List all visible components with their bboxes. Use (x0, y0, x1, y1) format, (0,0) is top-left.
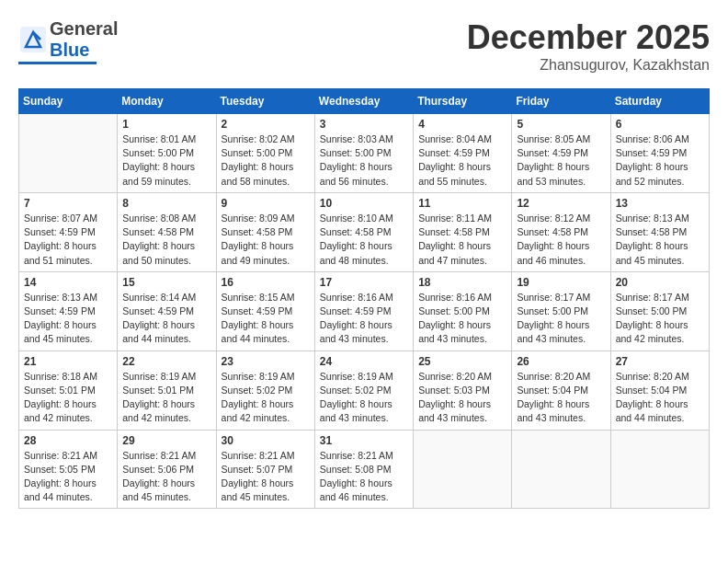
day-info: Sunrise: 8:21 AMSunset: 5:08 PMDaylight:… (320, 449, 408, 505)
logo-general-text: General (50, 18, 118, 39)
table-row (512, 430, 610, 509)
day-info: Sunrise: 8:03 AMSunset: 5:00 PMDaylight:… (320, 132, 408, 189)
logo-blue-text: Blue (50, 40, 89, 60)
table-row: 23Sunrise: 8:19 AMSunset: 5:02 PMDayligh… (216, 350, 314, 430)
day-number: 14 (24, 276, 112, 289)
calendar: Sunday Monday Tuesday Wednesday Thursday… (18, 88, 710, 509)
day-info: Sunrise: 8:20 AMSunset: 5:04 PMDaylight:… (517, 370, 605, 426)
calendar-week-row: 14Sunrise: 8:13 AMSunset: 4:59 PMDayligh… (19, 271, 710, 350)
table-row: 10Sunrise: 8:10 AMSunset: 4:58 PMDayligh… (314, 192, 413, 271)
day-number: 11 (418, 197, 506, 210)
day-number: 29 (122, 434, 210, 447)
col-sunday: Sunday (19, 89, 118, 114)
day-number: 24 (320, 355, 408, 368)
day-info: Sunrise: 8:19 AMSunset: 5:01 PMDaylight:… (122, 370, 210, 426)
table-row: 8Sunrise: 8:08 AMSunset: 4:58 PMDaylight… (118, 192, 216, 271)
day-info: Sunrise: 8:04 AMSunset: 4:59 PMDaylight:… (418, 132, 506, 189)
calendar-body: 1Sunrise: 8:01 AMSunset: 5:00 PMDaylight… (19, 114, 710, 509)
table-row: 28Sunrise: 8:21 AMSunset: 5:05 PMDayligh… (19, 430, 118, 509)
day-number: 5 (517, 118, 605, 131)
day-number: 8 (122, 197, 210, 210)
day-info: Sunrise: 8:20 AMSunset: 5:03 PMDaylight:… (418, 370, 506, 426)
table-row: 9Sunrise: 8:09 AMSunset: 4:58 PMDaylight… (216, 192, 314, 271)
table-row: 29Sunrise: 8:21 AMSunset: 5:06 PMDayligh… (118, 430, 216, 509)
table-row: 30Sunrise: 8:21 AMSunset: 5:07 PMDayligh… (216, 430, 314, 509)
col-friday: Friday (512, 89, 610, 114)
table-row (414, 430, 512, 509)
table-row: 14Sunrise: 8:13 AMSunset: 4:59 PMDayligh… (19, 271, 118, 350)
day-number: 23 (222, 355, 310, 368)
table-row: 17Sunrise: 8:16 AMSunset: 4:59 PMDayligh… (314, 271, 413, 350)
day-info: Sunrise: 8:19 AMSunset: 5:02 PMDaylight:… (320, 370, 408, 426)
day-info: Sunrise: 8:07 AMSunset: 4:59 PMDaylight:… (24, 212, 112, 268)
day-number: 27 (616, 355, 704, 368)
location: Zhansugurov, Kazakhstan (467, 57, 710, 74)
day-info: Sunrise: 8:05 AMSunset: 4:59 PMDaylight:… (517, 132, 605, 189)
logo-underline (18, 62, 97, 64)
day-number: 30 (222, 434, 310, 447)
day-number: 7 (24, 197, 112, 210)
day-info: Sunrise: 8:19 AMSunset: 5:02 PMDaylight:… (222, 370, 310, 426)
day-number: 13 (616, 197, 704, 210)
day-number: 4 (418, 118, 506, 131)
day-info: Sunrise: 8:21 AMSunset: 5:07 PMDaylight:… (222, 449, 310, 505)
table-row: 11Sunrise: 8:11 AMSunset: 4:58 PMDayligh… (414, 192, 512, 271)
day-info: Sunrise: 8:13 AMSunset: 4:59 PMDaylight:… (24, 291, 112, 347)
calendar-week-row: 28Sunrise: 8:21 AMSunset: 5:05 PMDayligh… (19, 430, 710, 509)
table-row: 1Sunrise: 8:01 AMSunset: 5:00 PMDaylight… (118, 114, 216, 193)
table-row: 26Sunrise: 8:20 AMSunset: 5:04 PMDayligh… (512, 350, 610, 430)
calendar-header-row: Sunday Monday Tuesday Wednesday Thursday… (19, 89, 710, 114)
day-info: Sunrise: 8:16 AMSunset: 5:00 PMDaylight:… (418, 291, 506, 347)
table-row: 18Sunrise: 8:16 AMSunset: 5:00 PMDayligh… (414, 271, 512, 350)
col-tuesday: Tuesday (216, 89, 314, 114)
calendar-week-row: 7Sunrise: 8:07 AMSunset: 4:59 PMDaylight… (19, 192, 710, 271)
col-wednesday: Wednesday (314, 89, 413, 114)
month-title: December 2025 (467, 18, 710, 57)
table-row: 31Sunrise: 8:21 AMSunset: 5:08 PMDayligh… (314, 430, 413, 509)
table-row: 16Sunrise: 8:15 AMSunset: 4:59 PMDayligh… (216, 271, 314, 350)
day-info: Sunrise: 8:16 AMSunset: 4:59 PMDaylight:… (320, 291, 408, 347)
day-info: Sunrise: 8:12 AMSunset: 4:58 PMDaylight:… (517, 212, 605, 268)
table-row: 12Sunrise: 8:12 AMSunset: 4:58 PMDayligh… (512, 192, 610, 271)
table-row: 19Sunrise: 8:17 AMSunset: 5:00 PMDayligh… (512, 271, 610, 350)
day-info: Sunrise: 8:18 AMSunset: 5:01 PMDaylight:… (24, 370, 112, 426)
table-row: 4Sunrise: 8:04 AMSunset: 4:59 PMDaylight… (414, 114, 512, 193)
title-area: December 2025 Zhansugurov, Kazakhstan (467, 18, 710, 74)
day-number: 28 (24, 434, 112, 447)
calendar-week-row: 21Sunrise: 8:18 AMSunset: 5:01 PMDayligh… (19, 350, 710, 430)
day-info: Sunrise: 8:15 AMSunset: 4:59 PMDaylight:… (222, 291, 310, 347)
day-info: Sunrise: 8:20 AMSunset: 5:04 PMDaylight:… (616, 370, 704, 426)
day-info: Sunrise: 8:21 AMSunset: 5:05 PMDaylight:… (24, 449, 112, 505)
table-row: 15Sunrise: 8:14 AMSunset: 4:59 PMDayligh… (118, 271, 216, 350)
table-row: 3Sunrise: 8:03 AMSunset: 5:00 PMDaylight… (314, 114, 413, 193)
day-number: 20 (616, 276, 704, 289)
col-thursday: Thursday (414, 89, 512, 114)
table-row (610, 430, 709, 509)
calendar-week-row: 1Sunrise: 8:01 AMSunset: 5:00 PMDaylight… (19, 114, 710, 193)
day-number: 19 (517, 276, 605, 289)
table-row: 13Sunrise: 8:13 AMSunset: 4:58 PMDayligh… (610, 192, 709, 271)
day-number: 2 (222, 118, 310, 131)
table-row: 2Sunrise: 8:02 AMSunset: 5:00 PMDaylight… (216, 114, 314, 193)
day-info: Sunrise: 8:02 AMSunset: 5:00 PMDaylight:… (222, 132, 310, 189)
col-saturday: Saturday (610, 89, 709, 114)
day-number: 26 (517, 355, 605, 368)
logo-icon (18, 25, 48, 54)
day-number: 17 (320, 276, 408, 289)
day-number: 22 (122, 355, 210, 368)
day-number: 1 (122, 118, 210, 131)
day-number: 21 (24, 355, 112, 368)
header: General Blue December 2025 Zhansugurov, … (18, 18, 710, 74)
table-row: 24Sunrise: 8:19 AMSunset: 5:02 PMDayligh… (314, 350, 413, 430)
day-number: 9 (222, 197, 310, 210)
table-row: 25Sunrise: 8:20 AMSunset: 5:03 PMDayligh… (414, 350, 512, 430)
table-row: 21Sunrise: 8:18 AMSunset: 5:01 PMDayligh… (19, 350, 118, 430)
table-row: 27Sunrise: 8:20 AMSunset: 5:04 PMDayligh… (610, 350, 709, 430)
day-number: 12 (517, 197, 605, 210)
day-info: Sunrise: 8:10 AMSunset: 4:58 PMDaylight:… (320, 212, 408, 268)
day-info: Sunrise: 8:09 AMSunset: 4:58 PMDaylight:… (222, 212, 310, 268)
day-number: 31 (320, 434, 408, 447)
day-info: Sunrise: 8:13 AMSunset: 4:58 PMDaylight:… (616, 212, 704, 268)
col-monday: Monday (118, 89, 216, 114)
table-row: 5Sunrise: 8:05 AMSunset: 4:59 PMDaylight… (512, 114, 610, 193)
